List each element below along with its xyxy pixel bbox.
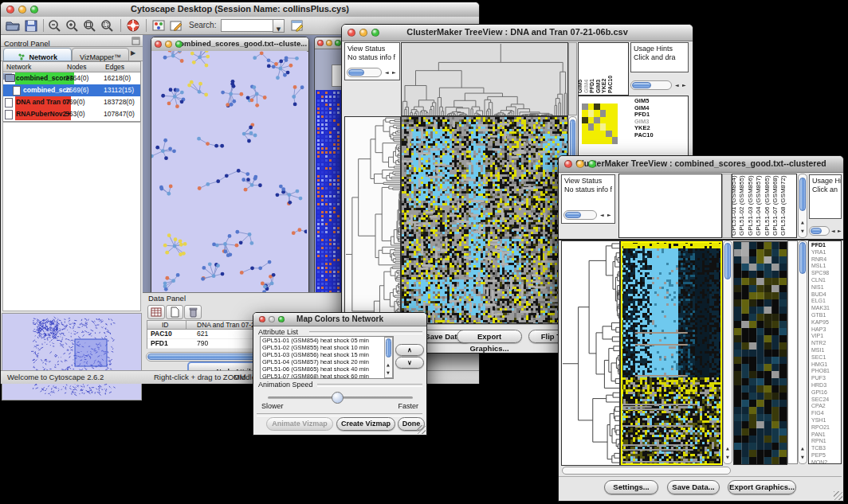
minimize-icon[interactable] [269, 316, 275, 322]
tv1-array-label[interactable]: GIM3 [595, 80, 601, 93]
tv2-gene-label[interactable]: PAN1 [811, 432, 841, 439]
tv2-gene-label[interactable]: BUD4 [811, 291, 841, 299]
tv2-hints-scrollbar[interactable] [809, 226, 830, 236]
edit-network-icon[interactable] [168, 18, 184, 33]
resize-grip[interactable] [417, 425, 426, 434]
close-icon[interactable] [259, 316, 265, 322]
minimize-icon[interactable] [576, 160, 584, 168]
tv2-gene-label[interactable]: MSL1 [811, 263, 841, 270]
attribute-list[interactable]: GPL51-01 (GSM854) heat shock 05 minGPL51… [260, 336, 394, 379]
tv2-array-label[interactable]: GPL51-08 (GSM872) [779, 175, 787, 236]
tv2-gene-label[interactable]: HRD3 [811, 382, 841, 389]
tv2-gene-label[interactable]: VIP1 [811, 333, 841, 340]
tv2-gene-label[interactable]: NIS1 [811, 284, 841, 291]
vizmap-icon[interactable] [151, 18, 167, 33]
scroll-down-icon[interactable]: ▼ [726, 454, 729, 460]
tv2-status-scrollbar[interactable] [563, 210, 597, 220]
tv2-gene-label[interactable]: PEP5 [811, 452, 841, 459]
dense-network-canvas[interactable] [316, 90, 344, 293]
col-network[interactable]: Network [6, 62, 31, 72]
scroll-left-icon[interactable]: ◄ [385, 69, 389, 76]
tv2-heatmap-canvas[interactable] [620, 240, 723, 466]
scroll-down-icon[interactable]: ▼ [801, 454, 804, 460]
move-up-button[interactable]: ∧ [395, 344, 424, 356]
tv2-vscrollbar[interactable]: ▲ ▼ [723, 240, 732, 464]
zoom-window-icon[interactable] [175, 41, 183, 48]
tv1-array-label[interactable]: PAC10 [607, 76, 613, 93]
data-col-id[interactable]: ID [162, 321, 169, 330]
zoom-window-icon[interactable] [30, 6, 38, 14]
tv2-array-label[interactable]: GPL51-02 (GSM855) [738, 175, 745, 236]
tv2-column-dendrogram[interactable] [618, 174, 722, 238]
scroll-left-icon[interactable]: ◄ [600, 212, 604, 218]
tv2-gene-label[interactable]: MSI1 [811, 347, 841, 354]
tv2-array-label[interactable]: GPL51-07 (GSM868) [771, 175, 779, 236]
tv2-array-label[interactable]: GPL51-06 (GSM865) [764, 175, 771, 236]
zoom-window-icon[interactable] [588, 160, 596, 168]
tv1-column-dendrogram-canvas[interactable] [401, 42, 568, 116]
matrix-cell[interactable] [600, 137, 607, 144]
animation-speed-slider-thumb[interactable] [332, 392, 344, 404]
tv2-row-dendrogram-canvas[interactable] [561, 240, 620, 466]
close-icon[interactable] [6, 6, 14, 14]
treeview1-titlebar[interactable]: ClusterMaker TreeView : DNA and Tran 07-… [342, 25, 693, 41]
new-attribute-icon[interactable] [166, 305, 183, 319]
matrix-cell[interactable] [588, 137, 595, 144]
zoom-window-icon[interactable] [335, 40, 341, 46]
col-edges[interactable]: Edges [105, 62, 124, 72]
tv1-similarity-matrix[interactable] [582, 99, 618, 139]
attribute-editor-icon[interactable] [289, 18, 305, 33]
attribute-list-scrollbar[interactable]: ▲ ▼ [384, 337, 393, 378]
tv1-gene-label[interactable]: PAC10 [634, 132, 654, 139]
matrix-cell[interactable] [594, 137, 600, 144]
cytoscape-titlebar[interactable]: Cytoscape Desktop (Session Name: collins… [1, 2, 479, 18]
tv2-zoom-heatmap-canvas[interactable] [733, 241, 787, 465]
scroll-up-icon[interactable]: ▲ [801, 219, 804, 225]
tv2-gene-label[interactable]: PHO81 [811, 368, 841, 375]
minimize-icon[interactable] [18, 6, 26, 14]
tv2-gene-label[interactable]: SEC1 [811, 354, 841, 361]
scroll-right-icon[interactable]: ► [838, 228, 842, 234]
tv2-settings-button[interactable]: Settings... [604, 480, 658, 494]
tv2-gene-label[interactable]: GTB1 [811, 312, 841, 319]
tv2-gene-label[interactable]: HAP3 [811, 326, 841, 334]
tv2-save-data-button[interactable]: Save Data... [667, 480, 720, 494]
tab-vizmapper[interactable]: VizMapper™ [72, 48, 129, 61]
tv1-array-label[interactable]: GIM4 [583, 80, 589, 93]
attribute-item[interactable]: GPL51-04 (GSM857) heat shock 20 min [261, 358, 393, 365]
zoom-window-icon[interactable] [371, 29, 379, 37]
birds-eye-view[interactable] [2, 313, 142, 400]
scroll-right-icon[interactable]: ► [682, 82, 686, 88]
scroll-right-icon[interactable]: ► [607, 212, 611, 218]
search-dropdown-button[interactable]: ▼ [273, 19, 285, 33]
birds-eye-canvas[interactable] [2, 314, 139, 399]
tv2-gene-label[interactable]: SPC98 [811, 270, 841, 277]
tv2-gene-label[interactable]: TCB3 [811, 445, 841, 452]
close-icon[interactable] [347, 29, 355, 37]
tv2-gene-label[interactable]: GPI16 [811, 389, 841, 397]
minimize-icon[interactable] [165, 41, 172, 48]
tv2-gene-label[interactable]: RPN1 [811, 438, 841, 445]
tv2-gene-label[interactable]: KAP95 [811, 319, 841, 326]
scroll-right-icon[interactable]: ► [392, 69, 396, 76]
tv2-export-graphics-button[interactable]: Export Graphics... [728, 480, 796, 494]
tv1-hints-scrollbar[interactable] [630, 80, 672, 90]
tv1-export-graphics-button[interactable]: Export Graphics... [457, 330, 522, 343]
scroll-up-icon[interactable]: ▲ [387, 361, 390, 368]
tv1-heatmap-canvas[interactable] [401, 116, 568, 324]
matrix-cell[interactable] [612, 137, 618, 144]
matrix-cell[interactable] [582, 137, 588, 144]
tv2-gene-label[interactable]: PFD1 [811, 242, 841, 249]
tv2-gene-label[interactable]: PUF3 [811, 375, 841, 382]
tv1-array-label[interactable]: YKE2 [601, 79, 607, 93]
help-lifering-icon[interactable] [125, 18, 141, 33]
col-nodes[interactable]: Nodes [67, 62, 87, 72]
zoom-window-icon[interactable] [278, 316, 285, 322]
attribute-item[interactable]: GPL51-07 (GSM868) heat shock 60 min [261, 373, 393, 379]
tv2-gene-label[interactable]: YSH1 [811, 417, 841, 424]
tv2-array-label[interactable]: GPL51-01 (GSM854) [732, 175, 737, 236]
scroll-left-icon[interactable]: ◄ [831, 228, 835, 234]
resize-grip[interactable] [834, 491, 842, 500]
network-row[interactable]: RNAPuberNov2+563(0)107847(0) [3, 108, 140, 120]
network-row[interactable]: DNA and Tran 07769(0)183728(0) [3, 96, 140, 108]
